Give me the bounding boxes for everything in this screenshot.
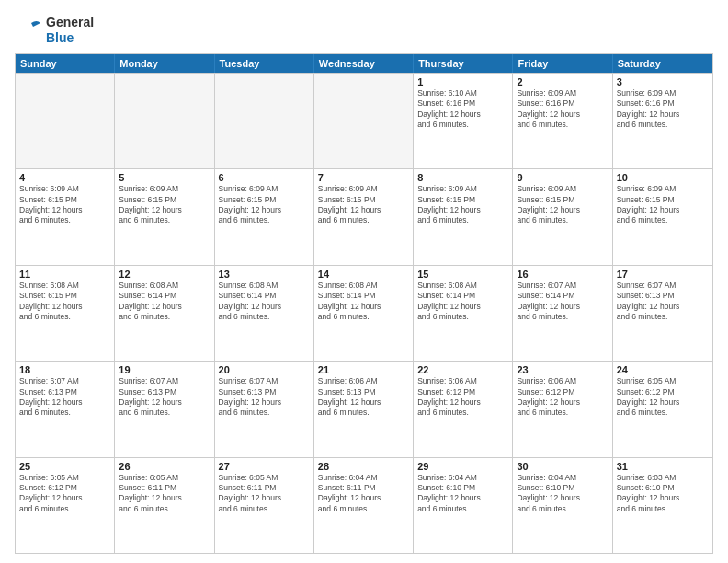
calendar-day-19: 19Sunrise: 6:07 AM Sunset: 6:13 PM Dayli… [115, 362, 214, 456]
calendar-day-20: 20Sunrise: 6:07 AM Sunset: 6:13 PM Dayli… [215, 362, 314, 456]
day-info: Sunrise: 6:05 AM Sunset: 6:12 PM Dayligh… [617, 376, 709, 419]
logo-text: General Blue [46, 15, 94, 46]
day-number: 14 [318, 269, 409, 280]
calendar-empty-cell [115, 74, 214, 168]
calendar-day-18: 18Sunrise: 6:07 AM Sunset: 6:13 PM Dayli… [16, 362, 115, 456]
day-info: Sunrise: 6:07 AM Sunset: 6:13 PM Dayligh… [119, 376, 210, 419]
calendar-header-cell-saturday: Saturday [613, 54, 712, 73]
calendar: SundayMondayTuesdayWednesdayThursdayFrid… [15, 53, 713, 554]
day-info: Sunrise: 6:09 AM Sunset: 6:15 PM Dayligh… [119, 184, 210, 226]
day-number: 18 [19, 364, 110, 375]
calendar-day-1: 1Sunrise: 6:10 AM Sunset: 6:16 PM Daylig… [414, 74, 513, 168]
calendar-day-15: 15Sunrise: 6:08 AM Sunset: 6:14 PM Dayli… [414, 266, 513, 361]
day-number: 6 [219, 172, 310, 183]
calendar-day-11: 11Sunrise: 6:08 AM Sunset: 6:15 PM Dayli… [16, 266, 115, 361]
day-info: Sunrise: 6:09 AM Sunset: 6:16 PM Dayligh… [617, 88, 709, 131]
day-info: Sunrise: 6:09 AM Sunset: 6:16 PM Dayligh… [517, 88, 608, 131]
calendar-header-cell-friday: Friday [513, 54, 612, 73]
calendar-day-4: 4Sunrise: 6:09 AM Sunset: 6:15 PM Daylig… [16, 169, 115, 264]
calendar-day-14: 14Sunrise: 6:08 AM Sunset: 6:14 PM Dayli… [314, 266, 414, 361]
day-info: Sunrise: 6:09 AM Sunset: 6:15 PM Dayligh… [19, 184, 110, 226]
day-number: 21 [318, 364, 409, 375]
calendar-week-row: 18Sunrise: 6:07 AM Sunset: 6:13 PM Dayli… [16, 361, 712, 456]
day-info: Sunrise: 6:09 AM Sunset: 6:15 PM Dayligh… [417, 184, 508, 226]
calendar-day-3: 3Sunrise: 6:09 AM Sunset: 6:16 PM Daylig… [613, 74, 712, 168]
day-number: 1 [417, 76, 508, 87]
day-info: Sunrise: 6:07 AM Sunset: 6:13 PM Dayligh… [19, 376, 110, 419]
day-info: Sunrise: 6:05 AM Sunset: 6:11 PM Dayligh… [119, 473, 210, 515]
day-info: Sunrise: 6:08 AM Sunset: 6:14 PM Dayligh… [318, 281, 409, 323]
calendar-week-row: 25Sunrise: 6:05 AM Sunset: 6:12 PM Dayli… [16, 457, 712, 553]
calendar-day-13: 13Sunrise: 6:08 AM Sunset: 6:14 PM Dayli… [215, 266, 314, 361]
calendar-header-cell-thursday: Thursday [414, 54, 513, 73]
calendar-day-25: 25Sunrise: 6:05 AM Sunset: 6:12 PM Dayli… [16, 458, 115, 553]
day-number: 29 [417, 461, 508, 472]
calendar-week-row: 1Sunrise: 6:10 AM Sunset: 6:16 PM Daylig… [16, 73, 712, 168]
day-number: 12 [119, 269, 210, 280]
calendar-header-cell-monday: Monday [115, 54, 214, 73]
calendar-header-row: SundayMondayTuesdayWednesdayThursdayFrid… [16, 54, 712, 73]
calendar-day-29: 29Sunrise: 6:04 AM Sunset: 6:10 PM Dayli… [414, 458, 513, 553]
logo-bird-icon [15, 16, 44, 45]
day-info: Sunrise: 6:09 AM Sunset: 6:15 PM Dayligh… [517, 184, 608, 226]
day-info: Sunrise: 6:08 AM Sunset: 6:14 PM Dayligh… [119, 281, 210, 323]
day-info: Sunrise: 6:07 AM Sunset: 6:14 PM Dayligh… [517, 281, 608, 323]
day-number: 16 [517, 269, 608, 280]
day-number: 10 [617, 172, 709, 183]
day-info: Sunrise: 6:06 AM Sunset: 6:13 PM Dayligh… [318, 376, 409, 419]
day-info: Sunrise: 6:03 AM Sunset: 6:10 PM Dayligh… [617, 473, 709, 515]
day-info: Sunrise: 6:08 AM Sunset: 6:14 PM Dayligh… [219, 281, 310, 323]
calendar-day-5: 5Sunrise: 6:09 AM Sunset: 6:15 PM Daylig… [115, 169, 214, 264]
calendar-day-2: 2Sunrise: 6:09 AM Sunset: 6:16 PM Daylig… [513, 74, 612, 168]
day-info: Sunrise: 6:06 AM Sunset: 6:12 PM Dayligh… [417, 376, 508, 419]
calendar-week-row: 11Sunrise: 6:08 AM Sunset: 6:15 PM Dayli… [16, 265, 712, 361]
day-info: Sunrise: 6:04 AM Sunset: 6:10 PM Dayligh… [417, 473, 508, 515]
calendar-empty-cell [215, 74, 314, 168]
day-number: 15 [417, 269, 508, 280]
calendar-day-23: 23Sunrise: 6:06 AM Sunset: 6:12 PM Dayli… [513, 362, 612, 456]
calendar-day-22: 22Sunrise: 6:06 AM Sunset: 6:12 PM Dayli… [414, 362, 513, 456]
day-info: Sunrise: 6:08 AM Sunset: 6:14 PM Dayligh… [417, 281, 508, 323]
day-number: 30 [517, 461, 608, 472]
day-number: 23 [517, 364, 608, 375]
calendar-day-6: 6Sunrise: 6:09 AM Sunset: 6:15 PM Daylig… [215, 169, 314, 264]
day-number: 4 [19, 172, 110, 183]
day-number: 27 [219, 461, 310, 472]
day-number: 19 [119, 364, 210, 375]
day-number: 28 [318, 461, 409, 472]
calendar-day-9: 9Sunrise: 6:09 AM Sunset: 6:15 PM Daylig… [513, 169, 612, 264]
day-info: Sunrise: 6:09 AM Sunset: 6:15 PM Dayligh… [318, 184, 409, 226]
calendar-header-cell-sunday: Sunday [16, 54, 115, 73]
calendar-day-24: 24Sunrise: 6:05 AM Sunset: 6:12 PM Dayli… [613, 362, 712, 456]
calendar-day-17: 17Sunrise: 6:07 AM Sunset: 6:13 PM Dayli… [613, 266, 712, 361]
day-number: 22 [417, 364, 508, 375]
day-number: 24 [617, 364, 709, 375]
day-number: 5 [119, 172, 210, 183]
day-number: 20 [219, 364, 310, 375]
calendar-body: 1Sunrise: 6:10 AM Sunset: 6:16 PM Daylig… [16, 73, 712, 553]
day-number: 25 [19, 461, 110, 472]
day-info: Sunrise: 6:04 AM Sunset: 6:11 PM Dayligh… [318, 473, 409, 515]
day-info: Sunrise: 6:07 AM Sunset: 6:13 PM Dayligh… [219, 376, 310, 419]
calendar-day-31: 31Sunrise: 6:03 AM Sunset: 6:10 PM Dayli… [613, 458, 712, 553]
day-number: 17 [617, 269, 709, 280]
logo: General Blue [15, 15, 94, 46]
day-info: Sunrise: 6:04 AM Sunset: 6:10 PM Dayligh… [517, 473, 608, 515]
day-number: 26 [119, 461, 210, 472]
calendar-empty-cell [314, 74, 414, 168]
day-number: 13 [219, 269, 310, 280]
day-number: 3 [617, 76, 709, 87]
day-number: 9 [517, 172, 608, 183]
calendar-day-27: 27Sunrise: 6:05 AM Sunset: 6:11 PM Dayli… [215, 458, 314, 553]
calendar-week-row: 4Sunrise: 6:09 AM Sunset: 6:15 PM Daylig… [16, 168, 712, 264]
day-info: Sunrise: 6:08 AM Sunset: 6:15 PM Dayligh… [19, 281, 110, 323]
calendar-day-26: 26Sunrise: 6:05 AM Sunset: 6:11 PM Dayli… [115, 458, 214, 553]
calendar-day-7: 7Sunrise: 6:09 AM Sunset: 6:15 PM Daylig… [314, 169, 414, 264]
day-number: 7 [318, 172, 409, 183]
page-header: General Blue [15, 15, 713, 46]
day-info: Sunrise: 6:09 AM Sunset: 6:15 PM Dayligh… [617, 184, 709, 226]
day-number: 31 [617, 461, 709, 472]
calendar-day-12: 12Sunrise: 6:08 AM Sunset: 6:14 PM Dayli… [115, 266, 214, 361]
day-info: Sunrise: 6:07 AM Sunset: 6:13 PM Dayligh… [617, 281, 709, 323]
calendar-day-10: 10Sunrise: 6:09 AM Sunset: 6:15 PM Dayli… [613, 169, 712, 264]
